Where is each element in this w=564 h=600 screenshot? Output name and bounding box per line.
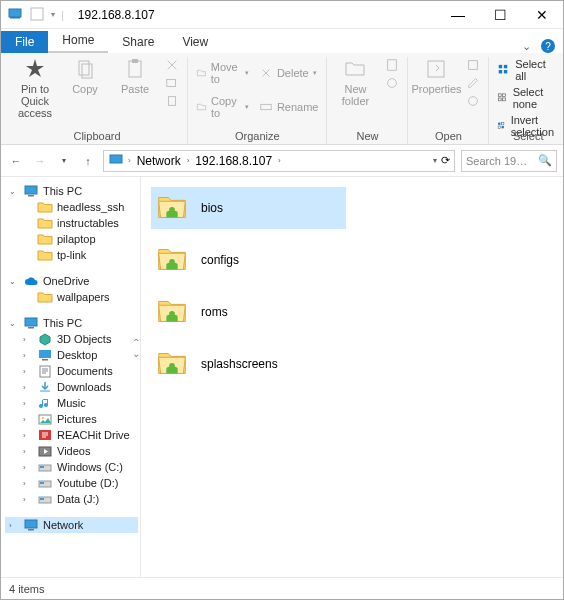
copy-button[interactable]: Copy <box>63 57 107 95</box>
tab-share[interactable]: Share <box>108 31 168 53</box>
tree-thispc-item[interactable]: ›Data (J:) <box>5 491 138 507</box>
copy-path-button[interactable] <box>163 75 181 91</box>
select-none-button[interactable]: Select none <box>495 85 560 111</box>
navigation-pane[interactable]: ⌄This PCheadless_sshinstructablespilapto… <box>1 177 141 577</box>
network-share-folder-icon <box>153 344 191 384</box>
status-item-count: 4 items <box>9 583 44 595</box>
tree-quick-item[interactable]: instructables <box>5 215 138 231</box>
qat-separator: | <box>61 9 64 21</box>
tree-quick-item[interactable]: pilaptop <box>5 231 138 247</box>
qat-dropdown-icon[interactable]: ▾ <box>51 10 55 19</box>
tree-thispc-top[interactable]: ⌄This PC <box>5 183 138 199</box>
tree-quick-item[interactable]: headless_ssh <box>5 199 138 215</box>
svg-rect-8 <box>169 97 176 106</box>
svg-rect-0 <box>9 9 21 17</box>
cut-button[interactable] <box>163 57 181 73</box>
status-bar: 4 items <box>1 577 563 599</box>
open-button[interactable] <box>464 57 482 73</box>
tree-thispc-item[interactable]: ›3D Objects <box>5 331 138 347</box>
svg-rect-2 <box>31 8 43 20</box>
back-button[interactable]: ← <box>7 152 25 170</box>
svg-point-48 <box>169 259 175 265</box>
svg-rect-25 <box>499 126 501 128</box>
tree-quick-item[interactable]: tp-link <box>5 247 138 263</box>
breadcrumb-network[interactable]: Network <box>135 154 183 168</box>
svg-rect-1 <box>10 17 20 19</box>
svg-rect-16 <box>504 65 507 68</box>
navigation-bar: ← → ▾ ↑ › Network › 192.168.8.107 › ▾ ⟳ … <box>1 145 563 177</box>
svg-rect-26 <box>502 126 504 128</box>
svg-rect-24 <box>502 123 504 125</box>
tree-thispc-item[interactable]: ›Pictures <box>5 411 138 427</box>
ribbon-group-select: Select all Select none Invert selection … <box>489 57 564 144</box>
tab-file[interactable]: File <box>1 31 48 53</box>
close-button[interactable]: ✕ <box>521 1 563 29</box>
maximize-button[interactable]: ☐ <box>479 1 521 29</box>
svg-point-11 <box>388 79 397 88</box>
svg-point-50 <box>169 363 175 369</box>
svg-rect-28 <box>25 186 37 194</box>
folder-name: configs <box>201 253 239 267</box>
content-pane[interactable]: biosconfigsromssplashscreens <box>141 177 563 577</box>
paste-button[interactable]: Paste <box>113 57 157 95</box>
folder-item[interactable]: splashscreens <box>151 343 346 385</box>
edit-button[interactable] <box>464 75 482 91</box>
folder-name: bios <box>201 201 223 215</box>
help-icon[interactable]: ? <box>541 39 555 53</box>
svg-point-36 <box>42 417 44 419</box>
ribbon-collapse-icon[interactable]: ⌄ <box>522 40 531 53</box>
address-dropdown-icon[interactable]: ▾ <box>433 156 437 165</box>
tree-thispc-item[interactable]: ›Documents <box>5 363 138 379</box>
tree-thispc-item[interactable]: ›Youtube (D:) <box>5 475 138 491</box>
pin-to-quick-access-button[interactable]: Pin to Quick access <box>13 57 57 119</box>
network-share-folder-icon <box>153 188 191 228</box>
copy-to-button[interactable]: Copy to▾ <box>194 94 251 120</box>
chevron-right-icon[interactable]: › <box>128 156 131 165</box>
quick-access-icon[interactable] <box>29 6 45 24</box>
refresh-button[interactable]: ⟳ <box>441 154 450 167</box>
folder-item[interactable]: bios <box>151 187 346 229</box>
easy-access-button[interactable] <box>383 75 401 91</box>
svg-rect-4 <box>82 64 92 78</box>
svg-rect-27 <box>110 155 122 163</box>
history-button[interactable] <box>464 93 482 109</box>
move-to-button[interactable]: Move to▾ <box>194 60 251 86</box>
tab-view[interactable]: View <box>168 31 222 53</box>
minimize-button[interactable]: — <box>437 1 479 29</box>
breadcrumb-host[interactable]: 192.168.8.107 <box>193 154 274 168</box>
tree-thispc-item[interactable]: ›Music <box>5 395 138 411</box>
delete-button[interactable]: Delete▾ <box>257 65 321 81</box>
tree-thispc-item[interactable]: ›REACHit Drive <box>5 427 138 443</box>
network-root-icon <box>108 153 124 169</box>
tree-network[interactable]: ›Network <box>5 517 138 533</box>
chevron-right-icon[interactable]: › <box>278 156 281 165</box>
new-folder-button[interactable]: New folder <box>333 57 377 107</box>
tree-thispc-item[interactable]: ›Downloads <box>5 379 138 395</box>
tree-onedrive-item[interactable]: wallpapers <box>5 289 138 305</box>
folder-name: splashscreens <box>201 357 278 371</box>
tree-thispc-item[interactable]: ›Videos <box>5 443 138 459</box>
window-title: 192.168.8.107 <box>70 8 437 22</box>
up-button[interactable]: ↑ <box>79 152 97 170</box>
tree-scroll-indicator[interactable]: ⌃⌄ <box>132 337 140 359</box>
paste-shortcut-button[interactable] <box>163 93 181 109</box>
recent-dropdown[interactable]: ▾ <box>55 152 73 170</box>
network-share-folder-icon <box>153 292 191 332</box>
tree-onedrive[interactable]: ⌄OneDrive <box>5 273 138 289</box>
tree-thispc[interactable]: ⌄This PC <box>5 315 138 331</box>
folder-item[interactable]: configs <box>151 239 346 281</box>
tab-home[interactable]: Home <box>48 29 108 53</box>
properties-button[interactable]: Properties <box>414 57 458 95</box>
new-item-button[interactable] <box>383 57 401 73</box>
tree-thispc-item[interactable]: ›Windows (C:) <box>5 459 138 475</box>
forward-button[interactable]: → <box>31 152 49 170</box>
folder-item[interactable]: roms <box>151 291 346 333</box>
rename-button[interactable]: Rename <box>257 99 321 115</box>
select-all-button[interactable]: Select all <box>495 57 560 83</box>
chevron-right-icon[interactable]: › <box>187 156 190 165</box>
search-input[interactable]: Search 19… 🔍 <box>461 150 557 172</box>
tree-thispc-item[interactable]: ›Desktop <box>5 347 138 363</box>
svg-rect-33 <box>42 359 48 361</box>
address-bar[interactable]: › Network › 192.168.8.107 › ▾ ⟳ <box>103 150 455 172</box>
svg-rect-32 <box>39 350 51 358</box>
